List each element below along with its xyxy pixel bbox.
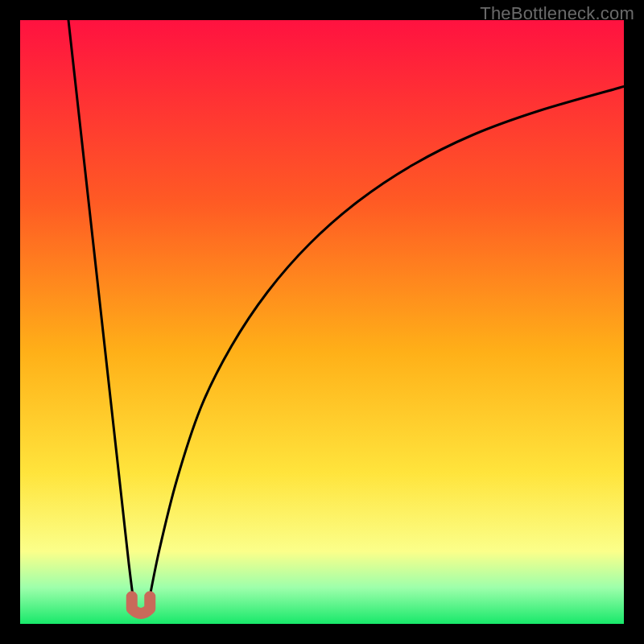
bottleneck-plot	[20, 20, 624, 624]
watermark-text: TheBottleneck.com	[480, 3, 634, 24]
chart-frame: TheBottleneck.com	[0, 0, 644, 644]
gradient-background	[20, 20, 624, 624]
